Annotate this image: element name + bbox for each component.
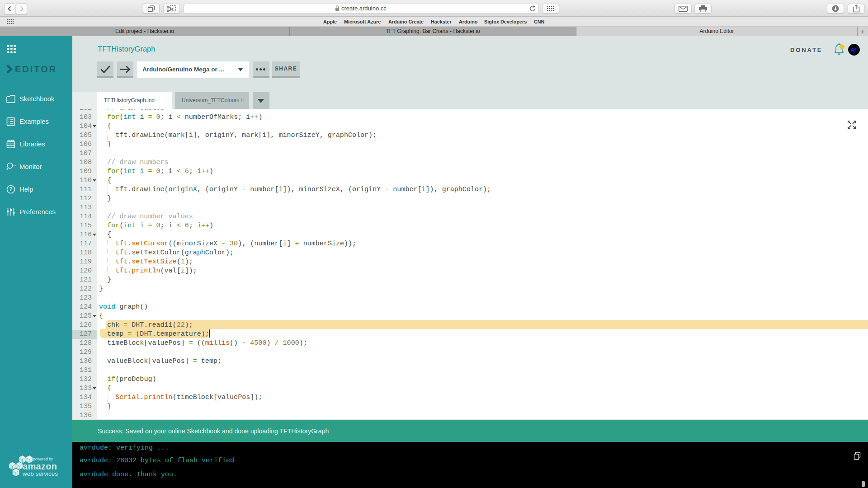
svg-text:powered by: powered by bbox=[33, 457, 53, 461]
svg-text:?: ? bbox=[9, 186, 12, 192]
svg-text:amazon: amazon bbox=[23, 461, 57, 471]
svg-text:web services: web services bbox=[22, 470, 58, 477]
